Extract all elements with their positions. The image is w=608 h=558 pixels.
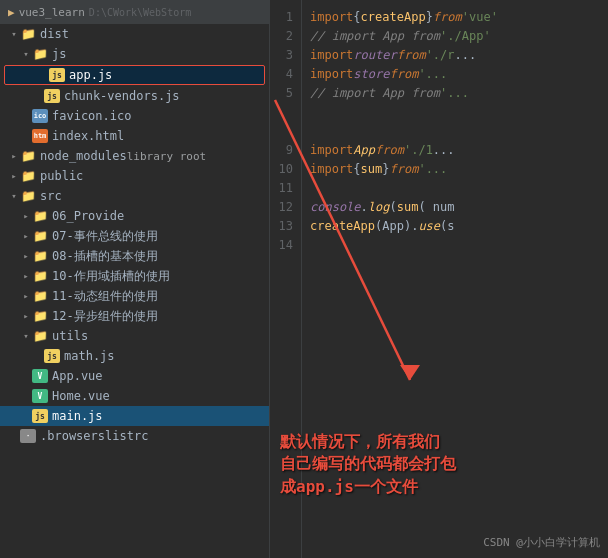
label-dist: dist (40, 27, 69, 41)
folder-icon-08: 📁 (32, 249, 48, 263)
tree-item-src[interactable]: 📁 src (0, 186, 269, 206)
vue-icon-app: V (32, 369, 48, 383)
html-icon-index: htm (32, 129, 48, 143)
tree-item-favicon[interactable]: ico favicon.ico (0, 106, 269, 126)
js-icon-math: js (44, 349, 60, 363)
folder-icon-10: 📁 (32, 269, 48, 283)
code-line-4: import store from '... (310, 65, 600, 84)
code-token: createApp (310, 217, 375, 236)
code-token: import (310, 141, 353, 160)
label-home-vue: Home.vue (52, 389, 110, 403)
code-token: (App). (375, 217, 418, 236)
tree-item-11[interactable]: 📁 11-动态组件的使用 (0, 286, 269, 306)
code-token: from (390, 160, 419, 179)
label-src: src (40, 189, 62, 203)
file-tree-sidebar[interactable]: ▶ vue3_learn D:\CWork\WebStorm 📁 dist 📁 … (0, 0, 270, 558)
code-token: // import App from (310, 27, 440, 46)
js-icon-chunk: js (44, 89, 60, 103)
code-token: '... (418, 160, 447, 179)
label-08: 08-插槽的基本使用 (52, 248, 158, 265)
project-header: ▶ vue3_learn D:\CWork\WebStorm (0, 0, 269, 24)
code-token: import (310, 65, 353, 84)
folder-icon-src: 📁 (20, 189, 36, 203)
tree-item-node-modules[interactable]: 📁 node_modules library root (0, 146, 269, 166)
annotation-box: 默认情况下，所有我们 自己编写的代码都会打包 成app.js一个文件 (280, 431, 480, 498)
arrow-src (8, 191, 20, 201)
vue-icon-home: V (32, 389, 48, 403)
label-06: 06_Provide (52, 209, 124, 223)
tree-item-06[interactable]: 📁 06_Provide (0, 206, 269, 226)
ico-icon-favicon: ico (32, 109, 48, 123)
label-node-modules: node_modules (40, 149, 127, 163)
code-token: from (389, 65, 418, 84)
label-public: public (40, 169, 83, 183)
project-path: D:\CWork\WebStorm (89, 7, 191, 18)
arrow-node-modules (8, 151, 20, 161)
tree-item-08[interactable]: 📁 08-插槽的基本使用 (0, 246, 269, 266)
tree-item-chunk-vendors[interactable]: ▸ js chunk-vendors.js (0, 86, 269, 106)
tree-item-10[interactable]: 📁 10-作用域插槽的使用 (0, 266, 269, 286)
arrow-12 (20, 311, 32, 321)
code-line-9: import App from './1 ... (310, 141, 600, 160)
folder-icon-node-modules: 📁 (20, 149, 36, 163)
code-token: from (433, 8, 462, 27)
tree-item-07[interactable]: 📁 07-事件总线的使用 (0, 226, 269, 246)
tree-item-index-html[interactable]: htm index.html (0, 126, 269, 146)
annotation-text: 默认情况下，所有我们 自己编写的代码都会打包 成app.js一个文件 (280, 431, 480, 498)
code-token: App (353, 141, 375, 160)
code-token: import (310, 8, 353, 27)
label-index-html: index.html (52, 129, 124, 143)
code-token: use (418, 217, 440, 236)
code-token: // import App from (310, 84, 440, 103)
code-line-5: // import App from '... (310, 84, 600, 103)
label-app-vue: App.vue (52, 369, 103, 383)
code-token: store (353, 65, 389, 84)
label-browserslistrc: .browserslistrc (40, 429, 148, 443)
tree-item-app-js[interactable]: ▸ js app.js (4, 65, 265, 85)
code-line-12: console . log ( sum ( num (310, 198, 600, 217)
tree-item-utils[interactable]: 📁 utils (0, 326, 269, 346)
label-favicon: favicon.ico (52, 109, 131, 123)
code-token: (s (440, 217, 454, 236)
code-line-3: import router from './r ... (310, 46, 600, 65)
arrow-11 (20, 291, 32, 301)
tree-item-app-vue[interactable]: V App.vue (0, 366, 269, 386)
code-token: '... (418, 65, 447, 84)
tree-item-main-js[interactable]: js main.js (0, 406, 269, 426)
tree-item-browserslistrc[interactable]: · .browserslistrc (0, 426, 269, 446)
folder-icon-07: 📁 (32, 229, 48, 243)
tree-item-js[interactable]: 📁 js (0, 44, 269, 64)
label-math-js: math.js (64, 349, 115, 363)
arrow-dist (8, 29, 20, 39)
tree-item-home-vue[interactable]: V Home.vue (0, 386, 269, 406)
tree-item-dist[interactable]: 📁 dist (0, 24, 269, 44)
arrow-utils (20, 331, 32, 341)
code-token: '... (440, 84, 469, 103)
code-token: 'vue' (462, 8, 498, 27)
code-token: { (353, 160, 360, 179)
code-token: './1 (404, 141, 433, 160)
code-token: ( (390, 198, 397, 217)
folder-icon-11: 📁 (32, 289, 48, 303)
code-editor: 1 2 3 4 5 9 10 11 12 13 14 import { crea… (270, 0, 608, 558)
code-token: './r (426, 46, 455, 65)
tree-item-12[interactable]: 📁 12-异步组件的使用 (0, 306, 269, 326)
label-chunk-vendors: chunk-vendors.js (64, 89, 180, 103)
folder-icon-js: 📁 (32, 47, 48, 61)
label-utils: utils (52, 329, 88, 343)
arrow-07 (20, 231, 32, 241)
folder-icon-public: 📁 (20, 169, 36, 183)
code-line-11 (310, 179, 600, 198)
folder-icon-12: 📁 (32, 309, 48, 323)
code-line-10: import { sum } from '... (310, 160, 600, 179)
code-token: sum (397, 198, 419, 217)
label-js: js (52, 47, 66, 61)
arrow-public (8, 171, 20, 181)
tree-item-math-js[interactable]: js math.js (0, 346, 269, 366)
code-line-13: createApp (App). use (s (310, 217, 600, 236)
folder-icon: ▶ (8, 6, 15, 19)
tree-item-public[interactable]: 📁 public (0, 166, 269, 186)
code-token: import (310, 46, 353, 65)
label-library-root: library root (127, 150, 206, 163)
code-token: from (397, 46, 426, 65)
